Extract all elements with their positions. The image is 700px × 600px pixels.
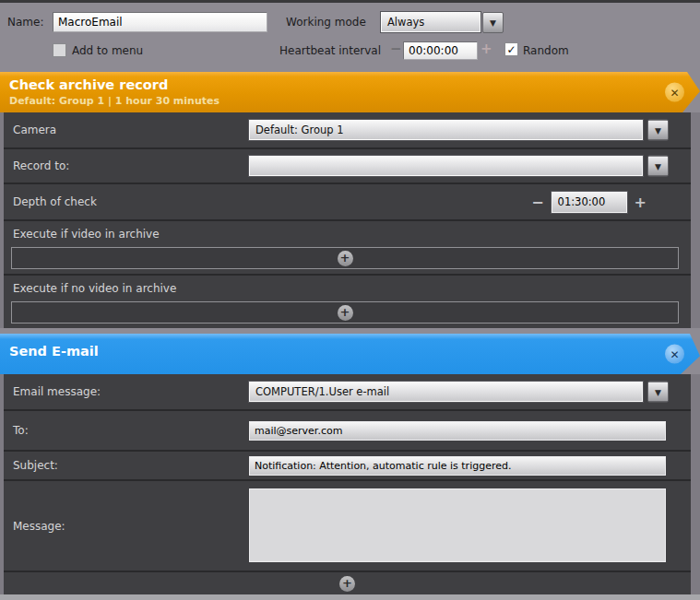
message-label: Message: [4, 520, 65, 533]
close-icon: ✕ [670, 347, 679, 360]
email-message-select[interactable]: COMPUTER/1.User e-mail [249, 382, 643, 402]
close-icon: ✕ [670, 86, 679, 99]
plus-icon[interactable]: + [338, 305, 353, 321]
send-email-title: Send E-mail [0, 334, 700, 359]
heartbeat-increment-button[interactable]: + [481, 41, 492, 57]
depth-of-check-input[interactable] [552, 192, 627, 213]
add-to-menu-label: Add to menu [72, 44, 143, 57]
check-archive-close-button[interactable]: ✕ [665, 83, 684, 102]
depth-of-check-row: Depth of check − + [4, 182, 691, 219]
check-archive-panel-body: Camera Default: Group 1 ▼ Record to: ▼ D… [0, 112, 700, 328]
record-to-label: Record to: [4, 159, 69, 172]
message-row: Message: [4, 479, 691, 571]
chevron-down-icon: ▼ [655, 387, 661, 396]
random-label: Random [523, 44, 569, 57]
name-label: Name: [7, 16, 43, 29]
random-checkbox[interactable]: ✓ [504, 42, 518, 56]
email-message-dropdown-button[interactable]: ▼ [647, 382, 669, 403]
execute-if-no-video-label: Execute if no video in archive [4, 276, 691, 295]
chevron-down-icon: ▼ [655, 161, 661, 171]
working-mode-select[interactable]: Always [381, 12, 481, 32]
plus-icon[interactable]: + [338, 251, 353, 266]
to-input[interactable] [249, 421, 666, 441]
message-textarea[interactable] [249, 488, 666, 562]
depth-of-check-label: Depth of check [4, 195, 97, 208]
execute-if-video-add-bar[interactable]: + [11, 247, 679, 269]
email-message-label: Email message: [4, 385, 101, 398]
chevron-down-icon: ▼ [490, 18, 496, 28]
execute-if-no-video-add-bar[interactable]: + [11, 301, 679, 324]
working-mode-dropdown-button[interactable]: ▼ [482, 12, 504, 33]
send-email-panel-body: Email message: COMPUTER/1.User e-mail ▼ … [0, 374, 700, 594]
check-archive-record-title: Check archive record [0, 72, 700, 92]
send-email-close-button[interactable]: ✕ [665, 345, 684, 364]
chevron-down-icon: ▼ [655, 125, 661, 135]
depth-decrement-button[interactable]: − [524, 194, 551, 211]
check-archive-record-header: Check archive record Default: Group 1 | … [0, 72, 700, 112]
to-row: To: [4, 409, 691, 450]
add-action-row: + [4, 571, 691, 594]
send-email-header: Send E-mail ✕ [0, 334, 700, 374]
email-message-row: Email message: COMPUTER/1.User e-mail ▼ [4, 374, 691, 409]
subject-input[interactable] [249, 456, 666, 476]
heartbeat-decrement-button[interactable]: − [390, 41, 402, 57]
record-to-row: Record to: ▼ [4, 147, 691, 182]
heartbeat-interval-input[interactable] [403, 41, 478, 60]
camera-select[interactable]: Default: Group 1 [249, 120, 643, 140]
subject-row: Subject: [4, 450, 691, 479]
subject-label: Subject: [4, 459, 58, 472]
window-bottom-border [0, 594, 700, 600]
panel-gap [0, 328, 700, 334]
working-mode-label: Working mode [286, 16, 366, 29]
name-input[interactable] [53, 12, 267, 32]
execute-if-video-row: Execute if video in archive + [4, 219, 691, 274]
plus-icon[interactable]: + [339, 576, 355, 592]
camera-label: Camera [4, 124, 56, 136]
record-to-dropdown-button[interactable]: ▼ [647, 156, 669, 177]
check-archive-record-subtitle: Default: Group 1 | 1 hour 30 minutes [0, 92, 700, 107]
check-icon: ✓ [506, 43, 516, 56]
camera-dropdown-button[interactable]: ▼ [647, 120, 669, 141]
execute-if-video-label: Execute if video in archive [4, 221, 691, 241]
execute-if-no-video-row: Execute if no video in archive + [4, 274, 691, 328]
record-to-select[interactable] [249, 156, 643, 176]
depth-increment-button[interactable]: + [627, 194, 654, 211]
camera-row: Camera Default: Group 1 ▼ [4, 112, 691, 147]
add-to-menu-checkbox[interactable] [53, 43, 66, 57]
macro-general-settings: Name: Working mode Always ▼ Add to menu … [0, 3, 700, 72]
to-label: To: [4, 424, 29, 437]
depth-of-check-stepper: − + [524, 192, 654, 213]
heartbeat-interval-label: Heartbeat interval [279, 44, 381, 57]
